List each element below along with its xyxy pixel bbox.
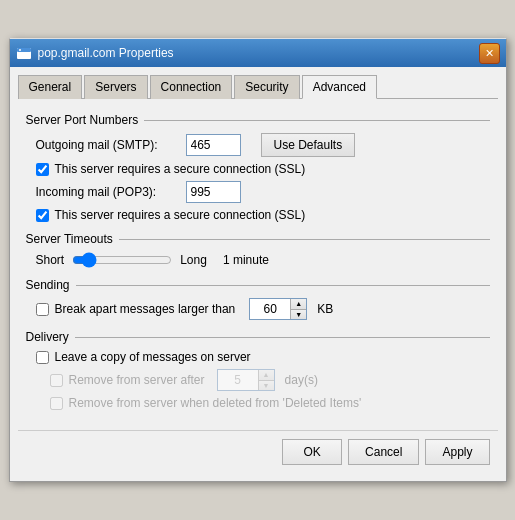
size-spin-down[interactable]: ▼ — [291, 310, 306, 320]
title-bar: pop.gmail.com Properties ✕ — [10, 39, 506, 67]
close-button[interactable]: ✕ — [479, 43, 500, 64]
remove-deleted-row: Remove from server when deleted from 'De… — [26, 396, 490, 410]
server-ports-section: Server Port Numbers Outgoing mail (SMTP)… — [26, 113, 490, 222]
timeout-slider-row: Short Long 1 minute — [26, 252, 490, 268]
size-spin-up[interactable]: ▲ — [291, 299, 306, 310]
long-label: Long — [180, 253, 207, 267]
remove-deleted-checkbox[interactable] — [50, 397, 63, 410]
leave-copy-label: Leave a copy of messages on server — [55, 350, 251, 364]
svg-point-2 — [19, 49, 21, 51]
window-icon — [16, 45, 32, 61]
short-label: Short — [36, 253, 65, 267]
days-spinbox: ▲ ▼ — [217, 369, 275, 391]
delivery-section: Delivery Leave a copy of messages on ser… — [26, 330, 490, 410]
ssl-outgoing-checkbox[interactable] — [36, 163, 49, 176]
size-spinbox: ▲ ▼ — [249, 298, 307, 320]
sending-heading: Sending — [26, 278, 490, 292]
ssl-outgoing-label: This server requires a secure connection… — [55, 162, 306, 176]
remove-deleted-label: Remove from server when deleted from 'De… — [69, 396, 362, 410]
advanced-tab-content: Server Port Numbers Outgoing mail (SMTP)… — [18, 107, 498, 426]
tab-security[interactable]: Security — [234, 75, 299, 99]
footer: OK Cancel Apply — [18, 430, 498, 473]
leave-copy-row: Leave a copy of messages on server — [26, 350, 490, 364]
remove-after-checkbox[interactable] — [50, 374, 63, 387]
properties-window: pop.gmail.com Properties ✕ General Serve… — [9, 38, 507, 482]
timeout-slider[interactable] — [72, 252, 172, 268]
days-spin-up[interactable]: ▲ — [259, 370, 274, 381]
tab-general[interactable]: General — [18, 75, 83, 99]
incoming-label: Incoming mail (POP3): — [36, 185, 186, 199]
server-timeouts-section: Server Timeouts Short Long 1 minute — [26, 232, 490, 268]
days-input[interactable] — [218, 370, 258, 390]
timeout-value: 1 minute — [223, 253, 269, 267]
delivery-heading: Delivery — [26, 330, 490, 344]
ssl-incoming-row: This server requires a secure connection… — [26, 208, 490, 222]
ssl-outgoing-row: This server requires a secure connection… — [26, 162, 490, 176]
tab-servers[interactable]: Servers — [84, 75, 147, 99]
days-spin-down[interactable]: ▼ — [259, 381, 274, 391]
title-bar-left: pop.gmail.com Properties — [16, 45, 174, 61]
kb-label: KB — [317, 302, 333, 316]
incoming-port-input[interactable] — [186, 181, 241, 203]
ok-button[interactable]: OK — [282, 439, 342, 465]
cancel-button[interactable]: Cancel — [348, 439, 419, 465]
incoming-row: Incoming mail (POP3): — [26, 181, 490, 203]
server-timeouts-heading: Server Timeouts — [26, 232, 490, 246]
leave-copy-checkbox[interactable] — [36, 351, 49, 364]
outgoing-label: Outgoing mail (SMTP): — [36, 138, 186, 152]
days-label: day(s) — [285, 373, 318, 387]
outgoing-port-input[interactable] — [186, 134, 241, 156]
content-area: General Servers Connection Security Adva… — [10, 67, 506, 481]
outgoing-row: Outgoing mail (SMTP): Use Defaults — [26, 133, 490, 157]
apply-button[interactable]: Apply — [425, 439, 489, 465]
ssl-incoming-label: This server requires a secure connection… — [55, 208, 306, 222]
tab-advanced[interactable]: Advanced — [302, 75, 377, 99]
ssl-incoming-checkbox[interactable] — [36, 209, 49, 222]
size-spinbox-buttons: ▲ ▼ — [290, 299, 306, 319]
break-apart-label: Break apart messages larger than — [55, 302, 236, 316]
tab-connection[interactable]: Connection — [150, 75, 233, 99]
server-ports-heading: Server Port Numbers — [26, 113, 490, 127]
use-defaults-button[interactable]: Use Defaults — [261, 133, 356, 157]
remove-after-row: Remove from server after ▲ ▼ day(s) — [26, 369, 490, 391]
break-apart-checkbox[interactable] — [36, 303, 49, 316]
window-title: pop.gmail.com Properties — [38, 46, 174, 60]
sending-section: Sending Break apart messages larger than… — [26, 278, 490, 320]
size-input[interactable] — [250, 299, 290, 319]
days-spinbox-buttons: ▲ ▼ — [258, 370, 274, 390]
remove-after-label: Remove from server after — [69, 373, 205, 387]
tab-bar: General Servers Connection Security Adva… — [18, 75, 498, 99]
break-apart-row: Break apart messages larger than ▲ ▼ KB — [26, 298, 490, 320]
